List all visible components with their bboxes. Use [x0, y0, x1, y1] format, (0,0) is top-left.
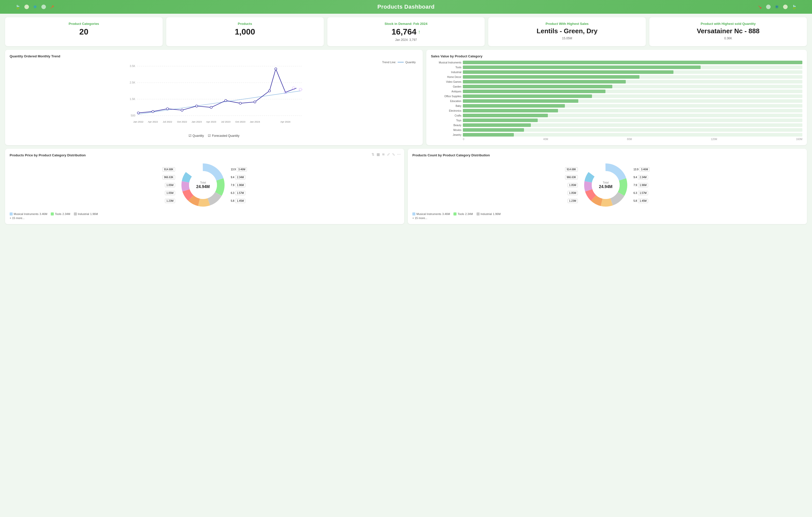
pct-label-13: 13.9	[231, 168, 236, 171]
data-icon[interactable]: ≋	[382, 152, 385, 156]
bar-fill-12	[463, 118, 538, 122]
bar-row-2: Industrial	[431, 70, 802, 74]
donut-svg-1: Total 24.94M	[178, 160, 228, 210]
star-icon-blue: ✳	[33, 4, 37, 10]
kpi-label-stock: Stock in Demand: Feb 2024	[384, 22, 427, 26]
donut-more-1[interactable]: + 15 more...	[10, 217, 400, 220]
kpi-row: Product Categories 20 Products 1,000 Sto…	[0, 14, 812, 50]
donut-label-2-r1: 3.46M	[639, 167, 649, 172]
trend-legend-value: Quantity	[405, 61, 416, 64]
bar-track-0	[463, 61, 802, 64]
donut-label-2-l1: 914.68K	[565, 167, 578, 172]
svg-text:Jan 2024: Jan 2024	[250, 120, 260, 123]
bar-fill-0	[463, 61, 802, 64]
circle-deco-r2	[783, 5, 788, 9]
sort-icon[interactable]: ⇅	[372, 152, 375, 156]
bar-fill-5	[463, 85, 612, 88]
pct2-label-13: 13.9	[634, 168, 638, 171]
svg-point-13	[196, 105, 198, 107]
bar-x-labels: 0 40M 80M 120M 160M	[431, 138, 802, 141]
svg-text:Oct 2022: Oct 2022	[177, 120, 187, 123]
expand-icon[interactable]: ⤡	[392, 152, 395, 156]
donut-label-l1: 914.68K	[163, 167, 175, 172]
bar-label-1: Tools	[431, 66, 461, 69]
svg-text:500: 500	[131, 114, 135, 117]
bar-row-0: Musical Instruments	[431, 61, 802, 64]
circle-deco-r	[766, 5, 771, 9]
trend-legend-label: Trend Line:	[382, 61, 396, 64]
bar-row-12: Toys	[431, 118, 802, 122]
circle-deco	[24, 5, 29, 9]
trend-line-sample	[398, 62, 404, 62]
donut-labels-right-2: 13.9 3.46M 9.4 2.34M 7.9 1.96M 6.3 1.57M…	[634, 167, 649, 203]
legend-value-2-1: 3.46M	[442, 212, 450, 216]
charts-row: Quantity Ordered Monthly Trend Trend Lin…	[0, 50, 812, 149]
svg-point-12	[181, 109, 183, 111]
kpi-stock-demand: Stock in Demand: Feb 2024 16,764 ↑ Jan 2…	[327, 17, 485, 46]
bar-fill-4	[463, 80, 626, 84]
donut-more-2[interactable]: + 15 more...	[412, 217, 802, 220]
donut-label-2-r3: 1.96M	[638, 183, 648, 187]
bar-track-1	[463, 65, 802, 69]
legend-swatch-2	[51, 212, 54, 216]
kpi-label-highest-sales: Product With Highest Sales	[546, 22, 589, 26]
donut-card-1: Products Price by Product Category Distr…	[5, 149, 404, 224]
donut-label-r4: 1.57M	[235, 191, 245, 195]
chart-checkboxes: ☑ Quantity ☑ Forecasted Quantity	[10, 134, 418, 138]
more-icon[interactable]: ⋯	[397, 152, 401, 156]
svg-text:2.5K: 2.5K	[130, 81, 136, 84]
export-icon[interactable]: ⤢	[387, 152, 390, 156]
kpi-product-categories: Product Categories 20	[5, 17, 163, 46]
svg-text:Apr 2022: Apr 2022	[148, 120, 158, 123]
legend-swatch-2-1	[412, 212, 415, 216]
kpi-highest-sales: Product With Highest Sales Lentils - Gre…	[488, 17, 646, 46]
legend-item-2-1: Musical Instruments 3.46M	[412, 212, 450, 216]
bar-row-10: Electronics	[431, 109, 802, 112]
bar-track-2	[463, 70, 802, 74]
bar-label-5: Garden	[431, 85, 461, 88]
line-chart-container: Trend Line: Quantity 3.5K 2.5K 1.5K 500	[10, 61, 418, 132]
bar-chart-title: Sales Value by Product Category	[431, 54, 802, 58]
header-decoration-left: 🍃 ✳ ↗	[15, 4, 54, 10]
donut-labels-left-1: 914.68K 966.63K 1.05M 1.05M 1.23M	[163, 167, 175, 203]
kpi-value-stock: 16,764	[392, 27, 416, 36]
bar-fill-3	[463, 75, 639, 79]
bar-track-14	[463, 128, 802, 132]
donut-label-2-r2: 2.34M	[638, 175, 648, 179]
legend-value-1: 3.46M	[39, 212, 48, 216]
svg-text:1.5K: 1.5K	[130, 97, 136, 100]
bar-fill-2	[463, 70, 673, 74]
kpi-value-categories: 20	[80, 27, 89, 36]
svg-text:Apr 2024: Apr 2024	[281, 120, 291, 123]
leaf-icon-right: 🍃	[792, 5, 797, 9]
arrow-deco-right: ↘	[758, 4, 762, 10]
svg-point-14	[210, 106, 212, 109]
bar-fill-8	[463, 99, 578, 103]
bar-label-4: Video Games	[431, 81, 461, 83]
bar-track-15	[463, 133, 802, 137]
donut-legend-1: Musical Instruments 3.46M Tools 2.34M In…	[10, 212, 400, 216]
checkbox-forecasted[interactable]: ☑ Forecasted Quantity	[208, 134, 239, 138]
bar-icon[interactable]: ▦	[377, 152, 380, 156]
bar-track-12	[463, 118, 802, 122]
checkbox-quantity[interactable]: ☑ Quantity	[188, 134, 204, 138]
svg-text:Total: Total	[603, 181, 608, 184]
svg-text:Jan 2023: Jan 2023	[192, 120, 202, 123]
svg-text:Jan 2022: Jan 2022	[133, 120, 143, 123]
donut-label-2-l5: 1.23M	[568, 199, 578, 203]
pct2-label-9: 9.4	[634, 176, 637, 179]
bar-label-2: Industrial	[431, 71, 461, 74]
pct-label-58: 5.8	[231, 200, 234, 202]
donut-label-r2: 2.34M	[235, 175, 245, 179]
svg-point-10	[152, 110, 154, 113]
donut-label-r5: 1.45M	[235, 199, 245, 203]
svg-point-22	[299, 88, 302, 91]
bar-fill-10	[463, 109, 558, 112]
legend-item-3: Industrial 1.96M	[74, 212, 98, 216]
legend-label-2-3: Industrial	[481, 212, 492, 216]
pct-label-9: 9.4	[231, 176, 234, 179]
donut-label-r1: 3.46M	[237, 167, 247, 172]
bar-label-6: Antiques	[431, 90, 461, 93]
kpi-label-highest-qty: Product with Highest sold Quantity	[701, 22, 756, 26]
bar-track-3	[463, 75, 802, 79]
